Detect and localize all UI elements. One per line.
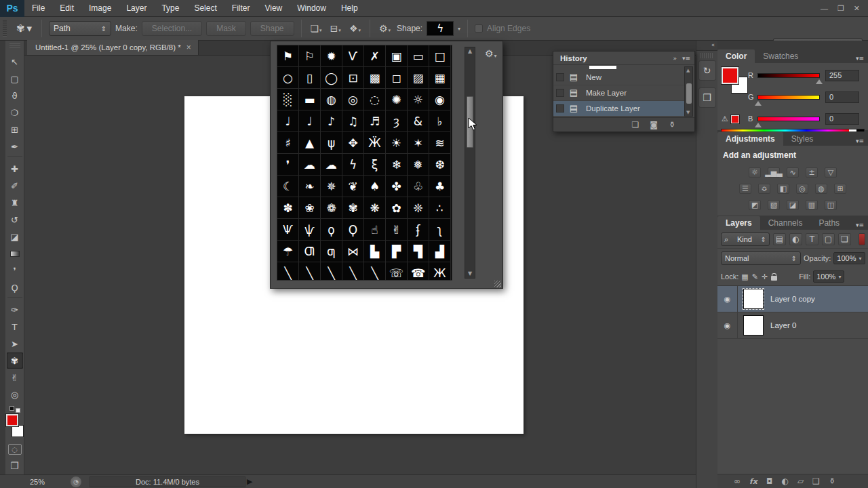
hue-saturation-icon[interactable]: ☰ [739,184,751,194]
oval-frame[interactable]: ○ [277,67,299,89]
menu-item[interactable]: Select [186,0,224,17]
brush-tool[interactable]: ✐ [7,178,23,194]
shape-picker-arrow-icon[interactable]: ▾ [458,26,460,32]
crop-tool[interactable]: ⊞ [7,121,23,138]
panel-menu-icon[interactable]: ▾≡ [856,138,868,146]
invert-icon[interactable]: ◩ [749,200,761,210]
ornate-hourglass[interactable]: Ж [429,262,451,280]
panel-menu-icon[interactable]: ▾≡ [856,55,868,63]
vibrance-icon[interactable]: ▽ [825,167,837,178]
flame[interactable]: ξ [364,154,386,176]
daisy[interactable]: ❋ [364,197,386,219]
gradient-tool[interactable] [7,245,23,262]
filtering-toggle[interactable] [859,233,865,245]
new-adjustment-layer-icon[interactable]: ◐ [781,476,788,486]
eyedropper-tool[interactable]: ✒ [7,138,23,155]
zoom-level-field[interactable]: 25% [27,477,62,487]
hand-open[interactable]: ☝ [364,219,386,241]
tab-color[interactable]: Color [717,49,755,63]
foreground-color-swatch[interactable] [6,414,18,426]
cross-x[interactable]: ✗ [364,45,386,67]
paint-splatter[interactable]: ✺ [386,89,408,110]
wavy-flag[interactable]: ⚐ [299,45,321,67]
menu-item[interactable]: Filter [224,0,258,17]
dock-grip[interactable] [700,53,714,58]
ellipse-frame[interactable]: ◯ [321,67,342,89]
diagonal-line-4[interactable]: ╲ [342,262,364,280]
lock-pixels-icon[interactable]: ✎ [752,272,758,281]
color-lookup-icon[interactable]: ⊞ [834,184,846,194]
panel-menu-icon[interactable]: ▾≡ [682,55,690,62]
poplar-leaf[interactable]: ♧ [408,176,429,197]
fill-field[interactable]: 100% ▾ [813,270,844,283]
add-mask-icon[interactable]: ◘ [766,476,773,486]
rectangle-frame[interactable]: □ [429,45,451,67]
narrow-leaf[interactable]: ❦ [342,176,364,197]
four-leaf-clover[interactable]: ✥ [342,132,364,154]
drive-status-icon[interactable]: ◔ [71,476,81,487]
tab-layers[interactable]: Layers [717,216,760,230]
shape-settings-button[interactable]: ⚙ ▾ [377,22,393,35]
align-edges-checkbox[interactable] [475,24,483,33]
grass-curved[interactable]: ѱ [299,219,321,241]
delete-state-icon[interactable]: ⚱ [669,120,675,129]
quarter-note-2[interactable]: ♩ [299,110,321,132]
maple-leaf[interactable]: ✤ [386,176,408,197]
telephone-outline[interactable]: ☏ [386,262,408,280]
snowflake-1[interactable]: ❄ [386,154,408,176]
delete-layer-icon[interactable]: ⚱ [829,476,835,486]
exposure-icon[interactable]: ± [806,167,818,178]
hand-tool[interactable]: ✌ [7,369,23,386]
marquee-tool[interactable]: ▢ [7,70,23,87]
tool-mode-select[interactable]: Path⇕ [49,21,111,36]
pompom-flower[interactable]: ✿ [386,197,408,219]
history-source-checkbox[interactable] [556,73,564,81]
sketch-ring[interactable]: ◌ [364,89,386,110]
selective-color-icon[interactable]: ◫ [825,200,837,210]
curves-icon[interactable]: ∿ [787,167,799,178]
antique-key-2[interactable]: ƣ [321,241,342,262]
puzzle-piece-2[interactable]: ▛ [386,241,408,262]
leaf[interactable]: ❧ [299,176,321,197]
filter-shape-icon[interactable]: ▢ [822,233,835,245]
gradient-map-icon[interactable]: ▥ [806,200,818,210]
thin-frame[interactable]: ◻ [386,67,408,89]
eye-shape[interactable]: ◉ [429,89,451,110]
tab-styles[interactable]: Styles [783,132,822,146]
menu-item[interactable]: Layer [119,0,154,17]
quick-selection-tool[interactable]: ❍ [7,104,23,121]
speckles[interactable]: ∴ [429,197,451,219]
make-shape-button[interactable]: Shape [250,21,294,36]
layer-thumbnail[interactable] [743,315,764,336]
clone-stamp-tool[interactable]: ♜ [7,195,23,211]
channel-mixer-icon[interactable]: ◍ [815,184,827,194]
filter-adjustment-icon[interactable]: ◐ [789,233,802,245]
quick-mask-button[interactable]: ◌ [8,444,22,455]
history-scrollbar[interactable]: ▲ ▼ [684,66,693,117]
move-tool[interactable]: ↖ [7,54,23,70]
filter-kind-select[interactable]: ⌕ Kind ⇕ [721,232,770,246]
layer-row[interactable]: ◉ Layer 0 [717,312,868,339]
tools-panel-grip[interactable] [9,43,20,48]
spot-healing-tool[interactable]: ✚ [7,161,23,177]
grunge-ring[interactable]: ◎ [342,89,364,110]
green-slider[interactable] [757,95,820,100]
tab-swatches[interactable]: Swatches [755,49,806,63]
umbrella[interactable]: ☂ [277,241,299,262]
panel-menu-icon[interactable]: ▾≡ [856,222,868,230]
dodge-tool[interactable]: Ϙ [7,279,23,296]
red-value-field[interactable]: 255 [825,70,859,81]
threshold-icon[interactable]: ◪ [787,200,799,210]
visibility-eye-icon[interactable]: ◉ [724,321,731,330]
lock-transparency-icon[interactable]: ▦ [741,272,748,281]
eighth-note[interactable]: ♪ [321,110,342,132]
cloud-outline[interactable]: ☁ [321,154,342,176]
minimize-icon[interactable]: — [821,4,828,13]
new-layer-icon[interactable]: ❑ [812,476,820,486]
history-source-checkbox[interactable] [556,104,564,113]
light-bulb-outline[interactable]: Ϙ [342,219,364,241]
gamut-color-swatch[interactable] [731,115,739,123]
flat-sign[interactable]: ♭ [429,110,451,132]
picture-frame[interactable]: ⊡ [342,67,364,89]
antique-key[interactable]: Ƣ [299,241,321,262]
